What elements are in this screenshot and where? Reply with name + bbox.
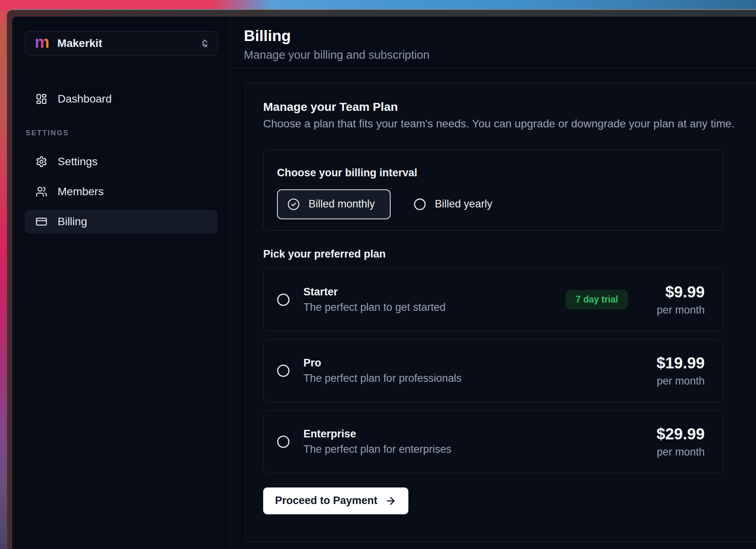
plan-info: Starter The perfect plan to get started xyxy=(303,286,552,314)
proceed-button-label: Proceed to Payment xyxy=(275,495,378,507)
radio-billed-monthly[interactable]: Billed monthly xyxy=(277,189,391,219)
plan-name: Starter xyxy=(303,286,552,298)
sidebar-item-label: Settings xyxy=(58,155,97,168)
plan-price-block: $19.99 per month xyxy=(657,354,705,387)
plan-price: $9.99 xyxy=(657,283,705,301)
plan-info: Pro The perfect plan for professionals xyxy=(303,357,643,385)
page-header: Billing Manage your billing and subscrip… xyxy=(230,17,756,68)
sidebar-nav: Dashboard SETTINGS Settings Members xyxy=(25,87,217,233)
sidebar-section-label: SETTINGS xyxy=(26,129,217,137)
page-title: Billing xyxy=(244,27,747,45)
arrow-right-icon xyxy=(385,495,397,507)
app-window: m Makerkit Dashboard SETTINGS xyxy=(12,17,756,549)
plan-option-pro[interactable]: Pro The perfect plan for professionals $… xyxy=(263,339,723,402)
page-subtitle: Manage your billing and subscription xyxy=(244,49,747,62)
billing-interval-label: Choose your billing interval xyxy=(277,167,709,179)
plan-option-enterprise[interactable]: Enterprise The perfect plan for enterpri… xyxy=(263,410,723,473)
sidebar: m Makerkit Dashboard SETTINGS xyxy=(12,17,230,549)
team-plan-card: Manage your Team Plan Choose a plan that… xyxy=(245,82,756,542)
plans-section-label: Pick your preferred plan xyxy=(263,248,756,260)
trial-badge: 7 day trial xyxy=(565,290,628,309)
sidebar-item-billing[interactable]: Billing xyxy=(25,210,217,233)
plan-price-block: $9.99 per month xyxy=(657,283,705,316)
radio-label: Billed monthly xyxy=(309,198,375,210)
sidebar-item-settings[interactable]: Settings xyxy=(25,150,217,174)
plan-period: per month xyxy=(657,304,705,316)
plan-description: The perfect plan to get started xyxy=(303,301,552,314)
radio-label: Billed yearly xyxy=(435,198,492,210)
settings-gear-icon xyxy=(36,156,47,168)
team-name: Makerkit xyxy=(57,37,192,50)
sidebar-item-label: Billing xyxy=(58,215,87,228)
radio-circle-icon[interactable] xyxy=(277,293,290,306)
plan-name: Enterprise xyxy=(303,428,643,440)
team-switcher[interactable]: m Makerkit xyxy=(25,31,217,56)
plan-price-block: $29.99 per month xyxy=(657,425,705,458)
billing-interval-options: Billed monthly Billed yearly xyxy=(277,189,709,219)
card-title: Manage your Team Plan xyxy=(263,100,756,114)
sidebar-item-dashboard[interactable]: Dashboard xyxy=(25,87,217,111)
sidebar-item-members[interactable]: Members xyxy=(25,180,217,204)
proceed-to-payment-button[interactable]: Proceed to Payment xyxy=(263,487,408,514)
check-circle-icon xyxy=(287,198,300,211)
page-content: Manage your Team Plan Choose a plan that… xyxy=(230,68,756,549)
plan-period: per month xyxy=(657,446,705,458)
plan-period: per month xyxy=(657,375,705,387)
radio-billed-yearly[interactable]: Billed yearly xyxy=(414,198,492,211)
chevrons-up-down-icon xyxy=(200,38,210,49)
radio-circle-icon[interactable] xyxy=(277,435,290,448)
card-description: Choose a plan that fits your team's need… xyxy=(263,118,756,130)
plan-description: The perfect plan for professionals xyxy=(303,372,643,385)
app-window-frame: m Makerkit Dashboard SETTINGS xyxy=(7,9,756,549)
billing-credit-card-icon xyxy=(36,216,47,228)
plan-option-starter[interactable]: Starter The perfect plan to get started … xyxy=(263,268,723,331)
plan-description: The perfect plan for enterprises xyxy=(303,443,643,456)
makerkit-logo: m xyxy=(35,34,49,50)
radio-circle-icon xyxy=(414,198,426,211)
plan-price: $29.99 xyxy=(657,425,705,443)
plan-price: $19.99 xyxy=(657,354,705,372)
sidebar-item-label: Members xyxy=(58,185,104,198)
members-users-icon xyxy=(36,186,47,198)
dashboard-icon xyxy=(36,93,47,105)
plan-name: Pro xyxy=(303,357,643,369)
plan-info: Enterprise The perfect plan for enterpri… xyxy=(303,428,643,456)
billing-interval-group: Choose your billing interval Billed mont… xyxy=(263,150,723,231)
main-panel: Billing Manage your billing and subscrip… xyxy=(230,17,756,549)
radio-circle-icon[interactable] xyxy=(277,364,290,377)
sidebar-item-label: Dashboard xyxy=(58,93,112,105)
